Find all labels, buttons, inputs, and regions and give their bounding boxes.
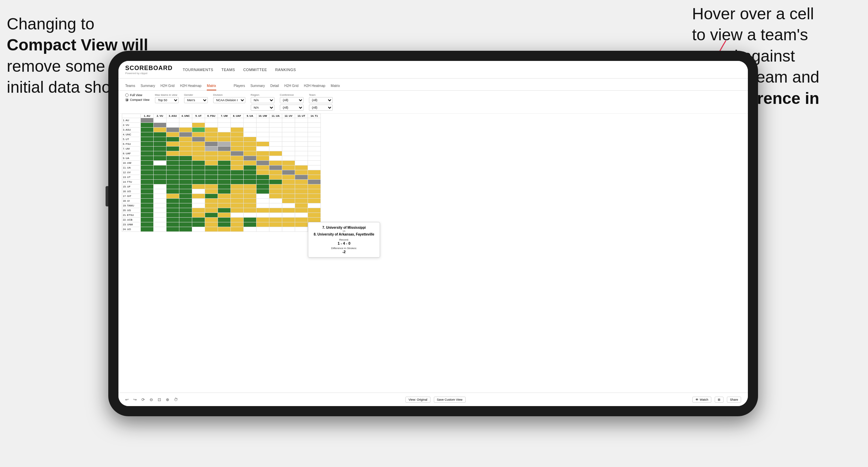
matrix-cell[interactable] xyxy=(231,189,244,194)
matrix-cell[interactable] xyxy=(295,184,308,189)
matrix-cell[interactable] xyxy=(269,175,282,180)
matrix-cell[interactable] xyxy=(205,208,218,213)
matrix-cell[interactable] xyxy=(179,132,192,137)
matrix-cell[interactable] xyxy=(295,218,308,222)
matrix-cell[interactable] xyxy=(205,199,218,203)
matrix-cell[interactable] xyxy=(295,194,308,199)
matrix-cell[interactable] xyxy=(269,132,282,137)
matrix-cell[interactable] xyxy=(282,213,295,218)
matrix-cell[interactable] xyxy=(154,151,166,156)
matrix-cell[interactable] xyxy=(218,118,231,123)
matrix-cell[interactable] xyxy=(282,123,295,128)
matrix-cell[interactable] xyxy=(205,218,218,222)
save-custom-btn[interactable]: Save Custom View xyxy=(434,397,466,403)
matrix-cell[interactable] xyxy=(244,213,257,218)
matrix-cell[interactable] xyxy=(269,180,282,184)
matrix-cell[interactable] xyxy=(308,118,321,123)
matrix-cell[interactable] xyxy=(218,184,231,189)
view-original-btn[interactable]: View: Original xyxy=(405,397,430,403)
refresh-icon[interactable]: ⟳ xyxy=(141,397,146,402)
matrix-cell[interactable] xyxy=(166,208,179,213)
matrix-cell[interactable] xyxy=(166,222,179,227)
team-select-1[interactable]: (All) xyxy=(309,97,333,103)
zoom-out-icon[interactable]: ⊖ xyxy=(150,397,154,402)
matrix-cell[interactable] xyxy=(231,222,244,227)
matrix-cell[interactable] xyxy=(205,227,218,232)
matrix-cell[interactable] xyxy=(231,227,244,232)
matrix-cell[interactable] xyxy=(218,132,231,137)
matrix-cell[interactable] xyxy=(166,132,179,137)
matrix-cell[interactable] xyxy=(308,151,321,156)
matrix-cell[interactable] xyxy=(205,137,218,142)
matrix-cell[interactable] xyxy=(257,184,269,189)
team-select-2[interactable]: (All) xyxy=(309,105,333,111)
matrix-cell[interactable] xyxy=(205,165,218,170)
matrix-cell[interactable] xyxy=(218,194,231,199)
matrix-cell[interactable] xyxy=(166,227,179,232)
tab-teams[interactable]: Teams xyxy=(125,84,135,90)
matrix-cell[interactable] xyxy=(244,175,257,180)
matrix-cell[interactable] xyxy=(154,170,166,175)
matrix-cell[interactable] xyxy=(192,194,205,199)
matrix-cell[interactable] xyxy=(192,123,205,128)
matrix-cell[interactable] xyxy=(282,189,295,194)
matrix-cell[interactable] xyxy=(244,147,257,151)
matrix-cell[interactable] xyxy=(141,227,154,232)
matrix-cell[interactable] xyxy=(192,208,205,213)
matrix-cell[interactable] xyxy=(192,156,205,161)
matrix-cell[interactable] xyxy=(257,199,269,203)
matrix-cell[interactable] xyxy=(218,175,231,180)
matrix-cell[interactable] xyxy=(154,137,166,142)
matrix-cell[interactable] xyxy=(244,199,257,203)
matrix-cell[interactable] xyxy=(244,208,257,213)
matrix-cell[interactable] xyxy=(308,123,321,128)
matrix-cell[interactable] xyxy=(231,180,244,184)
matrix-cell[interactable] xyxy=(179,222,192,227)
matrix-cell[interactable] xyxy=(257,142,269,147)
matrix-cell[interactable] xyxy=(141,170,154,175)
matrix-cell[interactable] xyxy=(166,184,179,189)
matrix-cell[interactable] xyxy=(205,142,218,147)
matrix-cell[interactable] xyxy=(179,165,192,170)
tab-matrix[interactable]: Matrix xyxy=(207,84,216,90)
matrix-cell[interactable] xyxy=(282,165,295,170)
matrix-cell[interactable] xyxy=(218,213,231,218)
matrix-cell[interactable] xyxy=(308,194,321,199)
matrix-cell[interactable] xyxy=(154,208,166,213)
matrix-cell[interactable] xyxy=(295,142,308,147)
matrix-cell[interactable] xyxy=(205,132,218,137)
matrix-cell[interactable] xyxy=(218,203,231,208)
matrix-cell[interactable] xyxy=(257,180,269,184)
matrix-cell[interactable] xyxy=(179,194,192,199)
matrix-cell[interactable] xyxy=(179,199,192,203)
matrix-cell[interactable] xyxy=(192,147,205,151)
matrix-cell[interactable] xyxy=(166,203,179,208)
matrix-cell[interactable] xyxy=(231,123,244,128)
matrix-cell[interactable] xyxy=(244,142,257,147)
matrix-cell[interactable] xyxy=(179,180,192,184)
matrix-cell[interactable] xyxy=(257,194,269,199)
matrix-cell[interactable] xyxy=(218,165,231,170)
matrix-cell[interactable] xyxy=(192,227,205,232)
matrix-cell[interactable] xyxy=(282,194,295,199)
matrix-cell[interactable] xyxy=(166,170,179,175)
matrix-cell[interactable] xyxy=(244,189,257,194)
matrix-cell[interactable] xyxy=(282,132,295,137)
matrix-cell[interactable] xyxy=(257,147,269,151)
matrix-cell[interactable] xyxy=(231,165,244,170)
matrix-cell[interactable] xyxy=(282,170,295,175)
matrix-cell[interactable] xyxy=(269,170,282,175)
matrix-cell[interactable] xyxy=(141,203,154,208)
matrix-cell[interactable] xyxy=(179,213,192,218)
matrix-cell[interactable] xyxy=(269,194,282,199)
matrix-cell[interactable] xyxy=(257,165,269,170)
region-select-2[interactable]: N/A xyxy=(251,105,274,111)
matrix-cell[interactable] xyxy=(269,161,282,165)
matrix-cell[interactable] xyxy=(154,213,166,218)
matrix-cell[interactable] xyxy=(308,165,321,170)
matrix-cell[interactable] xyxy=(141,147,154,151)
gender-select[interactable]: Men's xyxy=(184,97,208,103)
matrix-cell[interactable] xyxy=(218,180,231,184)
matrix-cell[interactable] xyxy=(282,142,295,147)
matrix-cell[interactable] xyxy=(244,184,257,189)
